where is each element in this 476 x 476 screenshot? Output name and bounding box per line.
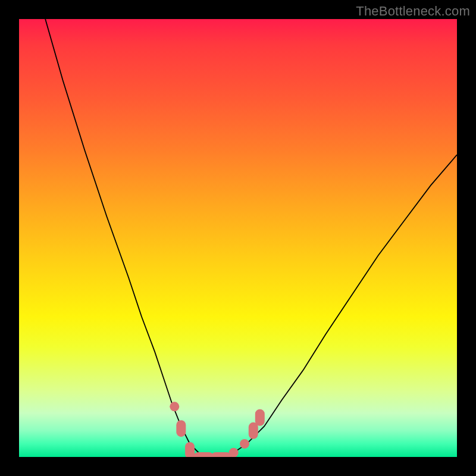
- curve-marker: [170, 402, 179, 411]
- curve-marker: [185, 442, 195, 457]
- curve-svg: [19, 19, 457, 457]
- curve-marker: [249, 422, 258, 439]
- curve-marker: [240, 439, 249, 449]
- curve-marker: [193, 452, 214, 457]
- watermark-text: TheBottleneck.com: [356, 4, 470, 19]
- bottleneck-curve: [45, 19, 457, 457]
- curve-marker: [229, 448, 239, 457]
- curve-marker: [255, 409, 265, 426]
- chart-frame: TheBottleneck.com: [0, 0, 476, 476]
- plot-area: [19, 19, 457, 457]
- markers-group: [170, 402, 265, 457]
- curve-marker: [211, 452, 231, 457]
- curve-marker: [176, 420, 186, 437]
